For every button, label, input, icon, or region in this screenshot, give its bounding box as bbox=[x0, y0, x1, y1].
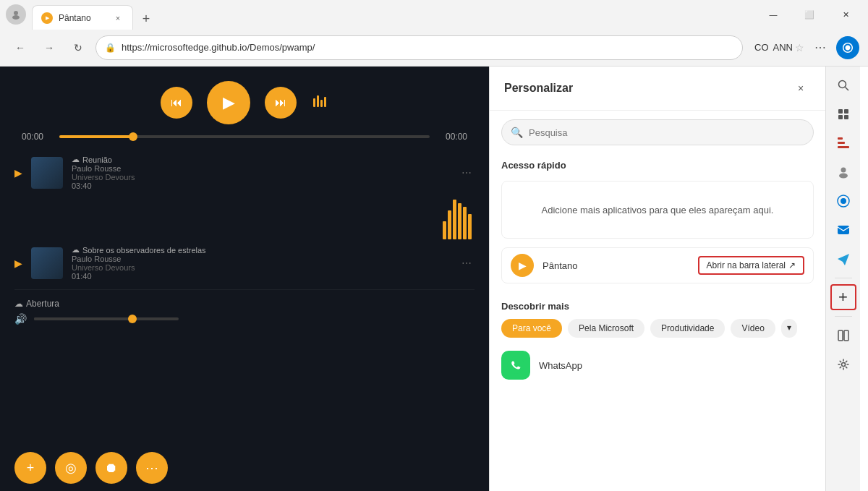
track-play-icon[interactable]: ▶ bbox=[14, 257, 22, 269]
address-bar-right: CO ANN ☆ ⋯ bbox=[754, 36, 859, 59]
refresh-button[interactable]: ↻ bbox=[67, 36, 90, 59]
new-tab-button[interactable]: + bbox=[136, 9, 156, 29]
lock-icon: 🔒 bbox=[105, 43, 116, 53]
extensions-button[interactable] bbox=[830, 101, 856, 127]
minimize-button[interactable]: — bbox=[757, 3, 790, 26]
track-cloud-label: ☁ Abertura bbox=[14, 299, 475, 309]
vol-bar bbox=[468, 214, 472, 239]
track-thumbnail bbox=[31, 157, 63, 189]
tab-favicon bbox=[41, 12, 53, 24]
vol-bar bbox=[453, 200, 456, 239]
svg-rect-21 bbox=[838, 330, 843, 341]
quick-access-box: Adicione mais aplicativos para que eles … bbox=[501, 181, 814, 239]
list-item: ☁ Abertura 🔊 bbox=[0, 293, 489, 330]
record-button[interactable]: ⏺ bbox=[95, 452, 127, 484]
track-more-button[interactable]: ⋯ bbox=[459, 255, 475, 272]
close-window-button[interactable]: ✕ bbox=[829, 3, 862, 26]
svg-point-19 bbox=[841, 198, 846, 204]
layout-button[interactable] bbox=[830, 323, 856, 349]
vol-bar bbox=[458, 203, 461, 239]
svg-point-16 bbox=[841, 168, 846, 173]
list-item[interactable]: ▶ ☁ Sobre os observadores de estrelas Pa… bbox=[0, 239, 489, 286]
prev-button[interactable]: ⏮ bbox=[161, 87, 192, 119]
open-sidebar-button[interactable]: Abrir na barra lateral ↗ bbox=[698, 256, 804, 275]
track-play-icon[interactable]: ▶ bbox=[14, 167, 22, 179]
tab-pela-microsoft[interactable]: Pela Microsoft bbox=[568, 319, 644, 338]
tools-button[interactable] bbox=[830, 130, 856, 156]
volume-track[interactable] bbox=[34, 317, 179, 320]
track-duration: 03:40 bbox=[72, 182, 450, 190]
svg-rect-20 bbox=[838, 226, 849, 234]
profile-button[interactable] bbox=[6, 4, 26, 25]
track-info: ☁ Sobre os observadores de estrelas Paul… bbox=[72, 245, 450, 281]
svg-rect-10 bbox=[844, 109, 848, 114]
forward-button[interactable]: → bbox=[38, 36, 61, 59]
track-thumbnail bbox=[31, 247, 63, 279]
settings-button[interactable] bbox=[830, 351, 856, 377]
music-player: ⏮ ▶ ⏭ 00:00 bbox=[0, 67, 489, 491]
back-button[interactable]: ← bbox=[9, 36, 32, 59]
discover-label: Descobrir mais bbox=[501, 301, 814, 312]
svg-rect-13 bbox=[838, 142, 845, 144]
profile-sidebar-button[interactable] bbox=[830, 159, 856, 185]
tab-close-button[interactable]: × bbox=[112, 12, 124, 24]
progress-thumb bbox=[129, 132, 137, 141]
track-more-button[interactable]: ⋯ bbox=[459, 164, 475, 182]
discover-item-info: WhatsApp bbox=[539, 360, 814, 371]
more-options-button[interactable]: ⋯ bbox=[136, 452, 168, 484]
tab-para-voce[interactable]: Para você bbox=[501, 319, 562, 338]
co-badge[interactable]: CO bbox=[754, 42, 769, 53]
time-start: 00:00 bbox=[22, 132, 51, 142]
volume-thumb[interactable] bbox=[128, 315, 137, 323]
right-icon-sidebar: + bbox=[825, 67, 860, 491]
svg-rect-12 bbox=[844, 115, 848, 119]
svg-rect-15 bbox=[838, 137, 843, 140]
progress-fill bbox=[59, 135, 133, 138]
svg-rect-4 bbox=[320, 100, 323, 107]
add-track-button[interactable]: + bbox=[14, 452, 46, 484]
address-bar: ← → ↻ 🔒 https://microsoftedge.github.io/… bbox=[0, 29, 868, 67]
maximize-button[interactable]: ⬜ bbox=[793, 3, 826, 26]
sidebar-close-button[interactable]: × bbox=[791, 78, 811, 98]
bottom-controls: + ◎ ⏺ ⋯ bbox=[0, 445, 489, 491]
vol-bar bbox=[443, 221, 446, 239]
app-icon: ▶ bbox=[511, 254, 534, 277]
star-icon[interactable]: ☆ bbox=[795, 42, 804, 54]
track-artist: Paulo Rousse bbox=[72, 255, 450, 263]
telegram-button[interactable] bbox=[830, 246, 856, 272]
search-sidebar-button[interactable] bbox=[830, 72, 856, 98]
vol-bar bbox=[463, 207, 467, 239]
svg-rect-14 bbox=[838, 146, 849, 148]
discover-item-name: WhatsApp bbox=[539, 360, 814, 371]
equalizer-button[interactable] bbox=[311, 93, 328, 114]
active-tab[interactable]: Pântano × bbox=[32, 5, 133, 30]
copilot-button[interactable] bbox=[830, 188, 856, 214]
tab-more-dropdown[interactable]: ▾ bbox=[781, 319, 797, 338]
personalize-panel: Personalizar × 🔍 Acesso rápido Adicione … bbox=[489, 67, 825, 491]
discover-tabs: Para você Pela Microsoft Produtividade V… bbox=[501, 319, 814, 338]
svg-rect-2 bbox=[313, 98, 315, 107]
svg-rect-5 bbox=[324, 97, 326, 107]
player-controls: ⏮ ▶ ⏭ bbox=[0, 67, 489, 132]
outlook-button[interactable] bbox=[830, 217, 856, 243]
track-info: ☁ Reunião Paulo Rousse Universo Devours … bbox=[72, 155, 450, 190]
tab-produtividade[interactable]: Produtividade bbox=[650, 319, 725, 338]
compass-button[interactable]: ◎ bbox=[55, 452, 87, 484]
list-item[interactable]: ▶ ☁ Reunião Paulo Rousse Universo Devour… bbox=[0, 149, 489, 196]
svg-line-8 bbox=[845, 87, 848, 91]
svg-point-0 bbox=[14, 11, 18, 15]
next-button[interactable]: ⏭ bbox=[265, 87, 297, 119]
volume-icon: 🔊 bbox=[14, 313, 27, 325]
add-to-sidebar-button[interactable]: + bbox=[830, 284, 856, 310]
tab-video[interactable]: Vídeo bbox=[731, 319, 775, 338]
menu-button[interactable]: ⋯ bbox=[809, 36, 832, 59]
discover-item-whatsapp[interactable]: WhatsApp bbox=[490, 343, 825, 387]
edge-copilot-button[interactable] bbox=[836, 36, 859, 59]
app-name: Pântano bbox=[542, 260, 689, 271]
search-input[interactable] bbox=[529, 127, 804, 138]
time-end: 00:00 bbox=[438, 132, 467, 142]
url-bar[interactable]: 🔒 https://microsoftedge.github.io/Demos/… bbox=[95, 35, 743, 60]
play-button[interactable]: ▶ bbox=[207, 81, 250, 124]
progress-track[interactable] bbox=[59, 135, 430, 138]
search-box[interactable]: 🔍 bbox=[501, 119, 814, 145]
